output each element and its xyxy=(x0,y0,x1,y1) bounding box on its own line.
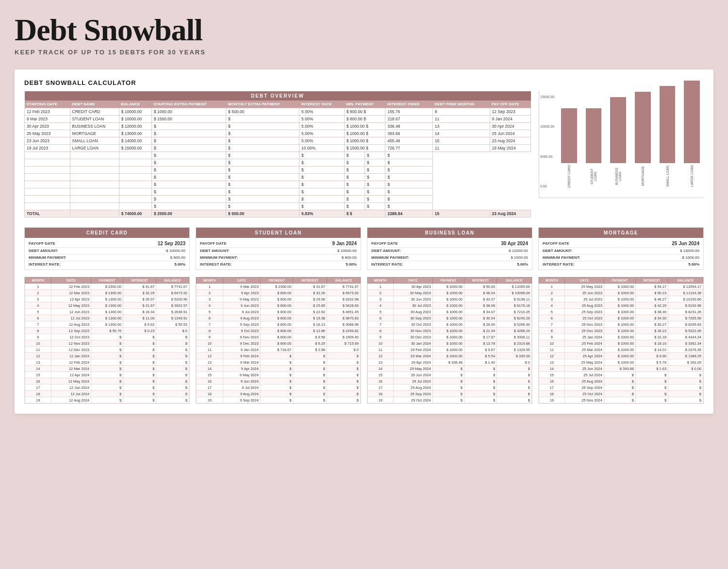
payment-row: 1325 May 2024$ 1000.00$ 5.78$ 392.03 xyxy=(539,359,703,366)
payment-row: 1012 Nov 2023$$$ xyxy=(25,340,189,347)
month-header: MONTH xyxy=(25,278,51,284)
payment-row: 1725 Sep 2024$$$ xyxy=(539,385,703,391)
date-header: DATE xyxy=(393,278,432,284)
overview-empty-row: $$$$$$ xyxy=(25,188,531,196)
min-payment-row: MINIMUM PAYMENT: $ 800.00 xyxy=(200,254,357,261)
interest-rate-label: INTEREST RATE: xyxy=(371,262,403,267)
payment-row: 1812 Jul 2024$$$ xyxy=(25,391,189,397)
overview-row: 30 Apr 2023BUSINESS LOAN$ 12000.00$ $ 5.… xyxy=(25,123,531,130)
detail-section-business-loan: BUSINESS LOAN PAYOFF DATE 30 Apr 2024 DE… xyxy=(367,227,532,270)
bar-group: SMALL LOAN xyxy=(660,86,676,188)
payment-row: 119 Jan 2024$ 718.67$ 2.98$ 0 xyxy=(197,347,361,353)
payoff-date-label: PAYOFF DATE xyxy=(29,241,55,246)
payoff-date-row: PAYOFF DATE 9 Jan 2024 xyxy=(200,240,357,248)
col-starting-date: STARTING DATE xyxy=(25,100,70,108)
payment-row: 530 Aug 2023$ 1000.00$ 34.07$ 7210.25 xyxy=(368,309,532,315)
detail-sections: CREDIT CARD PAYOFF DATE 12 Sep 2023 DEBT… xyxy=(24,227,704,270)
payoff-date-value: 30 Apr 2024 xyxy=(501,241,528,246)
payment-row: 1112 Dec 2023$$$ xyxy=(25,347,189,353)
min-payment-value: $ 800.00 xyxy=(342,255,357,260)
debt-amount-row: DEBT AMOUNT: $ 12000.00 xyxy=(371,248,528,254)
payment-row: 179 Jul 2024$$$ xyxy=(197,385,361,391)
detail-section-mortgage: MORTGAGE PAYOFF DATE 25 Jun 2024 DEBT AM… xyxy=(538,227,704,270)
payment-header: PAYMENT xyxy=(91,278,123,284)
detail-section-student-loan: STUDENT LOAN PAYOFF DATE 9 Jan 2024 DEBT… xyxy=(196,227,361,270)
interest-rate-row: INTEREST RATE: 5.00% xyxy=(29,261,185,268)
payment-row: 1829 Sep 2024$$$ xyxy=(368,391,532,397)
payment-row: 1512 Apr 2024$$$ xyxy=(25,372,189,378)
overview-table-wrap: DEBT OVERVIEW STARTING DATE DEBT NAME BA… xyxy=(24,91,531,218)
overview-table-header: DEBT OVERVIEW xyxy=(25,91,531,100)
payment-row: 1525 Jul 2024$$$ xyxy=(539,372,703,378)
payment-row: 330 Jun 2023$ 1000.00$ 42.07$ 9138.11 xyxy=(368,296,532,302)
payment-row: 225 Jun 2023$ 1000.00$ 50.23$ 11104.39 xyxy=(539,290,703,296)
debt-amount-value: $ 10000.00 xyxy=(337,249,357,253)
payment-row: 1825 Oct 2024$$$ xyxy=(539,391,703,397)
overview-empty-row: $$$$$$ xyxy=(25,203,531,210)
payment-table: MONTH DATE PAYMENT INTEREST BALANCE 19 M… xyxy=(196,277,361,403)
debt-amount-row: DEBT AMOUNT: $ 13000.00 xyxy=(543,248,699,254)
payment-row: 1412 Mar 2024$$$ xyxy=(25,366,189,372)
date-header: DATE xyxy=(564,278,604,284)
overview-row: 9 Mar 2023STUDENT LOAN$ 10000.00$ 1500.0… xyxy=(25,116,531,123)
payment-row: 129 Feb 2024$$$ xyxy=(197,353,361,359)
payment-row: 712 Aug 2023$ 1300.00$ 5.62$ 55.53 xyxy=(25,321,189,328)
payment-row: 212 Mar 2023$ 1300.00$ 32.25$ 6473.92 xyxy=(25,290,189,296)
overview-empty-row: $$$$$$ xyxy=(25,167,531,174)
payment-table-credit-card: MONTH DATE PAYMENT INTEREST BALANCE 112 … xyxy=(24,277,190,404)
col-starting-extra: STARTING EXTRA PAYMENT xyxy=(151,100,226,108)
debt-amount-row: DEBT AMOUNT: $ 10000.00 xyxy=(29,248,185,254)
payment-row: 189 Aug 2024$$$ xyxy=(197,391,361,397)
debt-amount-value: $ 10000.00 xyxy=(166,249,185,253)
payment-row: 59 Jul 2023$ 800.00$ 22.62$ 4651.45 xyxy=(197,309,361,315)
detail-info: PAYOFF DATE 12 Sep 2023 DEBT AMOUNT: $ 1… xyxy=(25,238,189,269)
payment-header: PAYMENT xyxy=(432,278,464,284)
debt-amount-label: DEBT AMOUNT: xyxy=(543,249,572,253)
month-header: MONTH xyxy=(197,278,223,284)
detail-info: PAYOFF DATE 25 Jun 2024 DEBT AMOUNT: $ 1… xyxy=(539,238,703,269)
col-balance: BALANCE xyxy=(119,100,151,108)
interest-rate-row: INTEREST RATE: 5.00% xyxy=(543,261,699,268)
bar-group: CREDIT CARD xyxy=(561,108,577,188)
payment-row: 725 Nov 2023$ 1000.00$ 30.27$ 6295.83 xyxy=(539,321,703,328)
month-header: MONTH xyxy=(368,278,394,284)
page-title: Debt Snowball xyxy=(15,15,713,46)
payment-row: 925 Jan 2024$ 1000.00$ 22.18$ 4344.24 xyxy=(539,334,703,340)
section-title: DEBT SNOWBALL CALCULATOR xyxy=(24,79,704,86)
interest-rate-row: INTEREST RATE: 5.00% xyxy=(371,261,528,268)
payoff-date-row: PAYOFF DATE 12 Sep 2023 xyxy=(29,240,185,248)
debt-amount-value: $ 12000.00 xyxy=(509,249,528,253)
debt-amount-label: DEBT AMOUNT: xyxy=(29,249,58,253)
bar xyxy=(586,108,602,163)
overview-table: DEBT OVERVIEW STARTING DATE DEBT NAME BA… xyxy=(24,91,531,218)
payment-row: 1312 Feb 2024$$$ xyxy=(25,359,189,366)
min-payment-value: $ 1000.00 xyxy=(682,255,699,260)
payment-row: 125 May 2023$ 1000.00$ 54.17$ 12054.17 xyxy=(539,284,703,290)
balance-header: BALANCE xyxy=(497,278,532,284)
min-payment-value: $ 800.00 xyxy=(170,255,185,260)
debt-amount-label: DEBT AMOUNT: xyxy=(371,249,401,253)
min-payment-label: MINIMUM PAYMENT: xyxy=(371,255,409,260)
col-debt-free: DEBT FREE MONTHS xyxy=(432,100,490,108)
payment-row: 1225 Apr 2024$ 1000.00$ 9.90$ 1386.25 xyxy=(539,353,703,359)
chart-wrap: 15000.0010000.005000.000.00 CREDIT CARDS… xyxy=(539,91,704,218)
overview-row: 19 Jul 2023LARGE LOAN$ 15000.00$ $ 10.00… xyxy=(25,145,531,152)
payment-row: 912 Oct 2023$$$ xyxy=(25,334,189,340)
detail-section-header: MORTGAGE xyxy=(539,228,703,238)
payment-row: 29 Apr 2023$ 800.00$ 32.26$ 6973.92 xyxy=(197,290,361,296)
balance-header: BALANCE xyxy=(156,278,189,284)
interest-rate-row: INTEREST RATE: 5.00% xyxy=(200,261,357,268)
bar-group: STUDENT LOAN xyxy=(586,108,602,188)
payment-table: MONTH DATE PAYMENT INTEREST BALANCE 112 … xyxy=(25,277,189,403)
payment-row: 630 Sep 2023$ 1000.00$ 30.04$ 6240.29 xyxy=(368,315,532,321)
payment-row: 1729 Aug 2024$$$ xyxy=(368,385,532,391)
payment-row: 99 Nov 2023$ 800.00$ 9.58$ 1509.40 xyxy=(197,334,361,340)
payment-table-student-loan: MONTH DATE PAYMENT INTEREST BALANCE 19 M… xyxy=(196,277,361,404)
col-interest-owed: INTEREST OWED xyxy=(385,100,432,108)
detail-section-header: STUDENT LOAN xyxy=(196,228,361,238)
page-subtitle: KEEP TRACK OF UP TO 15 DEBTS FOR 30 YEAR… xyxy=(15,49,713,56)
payment-row: 1429 May 2024$$$ xyxy=(368,366,532,372)
payment-row: 169 Jun 2024$$$ xyxy=(197,378,361,385)
detail-section-header: CREDIT CARD xyxy=(25,228,189,238)
y-axis-labels: 15000.0010000.005000.000.00 xyxy=(540,95,554,188)
